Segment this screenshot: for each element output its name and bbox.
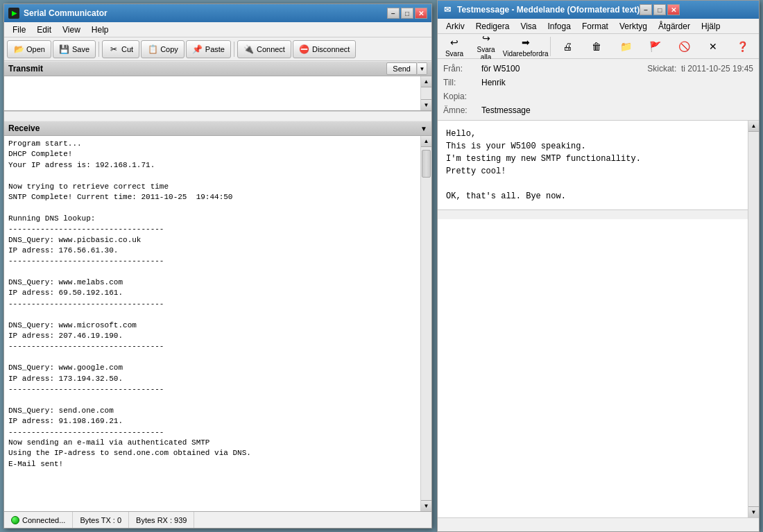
serial-title-bar: ▶ Serial Communicator − □ ✕ <box>4 4 431 22</box>
receive-label: Receive <box>8 123 40 133</box>
email-toolbar-divider <box>550 37 551 56</box>
email-menu-atgarder[interactable]: Åtgärder <box>653 20 696 33</box>
receive-text: Program start... DHCP Complete! Your IP … <box>4 136 431 472</box>
close-email-icon: ✕ <box>705 40 721 53</box>
help-icon: ❓ <box>735 40 750 53</box>
close-email-button[interactable]: ✕ <box>699 37 727 55</box>
serial-menu-edit[interactable]: Edit <box>31 24 57 36</box>
email-minimize-btn[interactable]: − <box>640 4 652 15</box>
status-led <box>11 516 19 524</box>
flag-icon: 🚩 <box>647 40 662 53</box>
subject-row: Ämne: Testmessage <box>438 103 759 117</box>
transmit-header: Transmit Send ▼ <box>4 61 431 76</box>
email-scroll-up[interactable]: ▲ <box>748 121 759 132</box>
toolbar-divider-2 <box>234 42 234 57</box>
serial-communicator-window: ▶ Serial Communicator − □ ✕ File Edit Vi… <box>3 3 432 529</box>
serial-title-text: Serial Communicator <box>24 8 387 18</box>
receive-dropdown-arrow[interactable]: ▼ <box>420 125 427 132</box>
status-bytes-tx: Bytes TX : 0 <box>73 512 129 528</box>
email-title-text: Testmessage - Meddelande (Oformaterad te… <box>457 5 640 15</box>
copy-button[interactable]: 📋 Copy <box>141 40 185 58</box>
receive-vscrollbar[interactable]: ▲ ▼ <box>420 136 431 511</box>
email-status-bar <box>438 517 759 531</box>
transmit-scroll-track <box>421 87 431 99</box>
transmit-scroll-up[interactable]: ▲ <box>421 76 431 87</box>
email-maximize-btn[interactable]: □ <box>653 4 666 15</box>
transmit-vscrollbar[interactable]: ▲ ▼ <box>420 76 431 110</box>
forward-button[interactable]: ➡ Vidarebefordra <box>504 33 547 60</box>
save-button[interactable]: 💾 Save <box>53 40 96 58</box>
flag-button[interactable]: 🚩 <box>641 37 669 55</box>
email-body-text: Hello, This is your W5100 speaking. I'm … <box>438 121 759 209</box>
from-value: för W5100 <box>481 64 520 74</box>
open-button[interactable]: 📂 Open <box>7 40 51 58</box>
transmit-input[interactable] <box>4 76 431 110</box>
copy-icon: 📋 <box>147 44 158 55</box>
transmit-scroll-down[interactable]: ▼ <box>421 99 431 110</box>
email-window-controls: − □ ✕ <box>640 4 680 15</box>
receive-scroll-up[interactable]: ▲ <box>421 136 431 147</box>
email-menu-verktyg[interactable]: Verktyg <box>614 20 653 33</box>
email-app-icon: ✉ <box>442 4 453 15</box>
serial-menu-help[interactable]: Help <box>86 24 114 36</box>
status-connected: Connected... <box>4 512 73 528</box>
disconnect-button[interactable]: ⛔ Disconnect <box>293 40 356 58</box>
print-icon: 🖨 <box>560 40 575 53</box>
email-menu-hjalp[interactable]: Hjälp <box>696 20 726 33</box>
to-value: Henrik <box>481 78 506 87</box>
receive-scroll-down[interactable]: ▼ <box>421 500 431 511</box>
to-label: Till: <box>443 78 481 87</box>
email-menu-format[interactable]: Format <box>576 20 614 33</box>
send-button[interactable]: Send <box>386 62 417 75</box>
connect-button[interactable]: 🔌 Connect <box>237 40 291 58</box>
subject-label: Ämne: <box>443 105 481 115</box>
cut-button[interactable]: ✂ Cut <box>102 40 139 58</box>
email-close-btn[interactable]: ✕ <box>667 4 680 15</box>
serial-minimize-btn[interactable]: − <box>387 8 400 19</box>
from-row: Från: för W5100 Skickat: ti 2011-10-25 1… <box>438 62 759 76</box>
serial-menu-file[interactable]: File <box>7 24 31 36</box>
serial-close-btn[interactable]: ✕ <box>415 8 427 19</box>
serial-app-icon: ▶ <box>8 8 19 19</box>
serial-maximize-btn[interactable]: □ <box>401 8 413 19</box>
move-icon: 📁 <box>618 40 633 53</box>
junk-button[interactable]: 🚫 <box>670 37 698 55</box>
email-toolbar: ↩ Svara ↪ Svara alla ➡ Vidarebefordra 🖨 … <box>438 34 759 59</box>
email-vscrollbar[interactable]: ▲ ▼ <box>748 121 759 517</box>
open-icon: 📂 <box>13 44 24 55</box>
connect-icon: 🔌 <box>243 44 255 55</box>
email-scroll-track <box>748 132 759 506</box>
email-menu-visa[interactable]: Visa <box>515 20 542 33</box>
email-hscrollbar[interactable] <box>438 209 759 219</box>
email-scroll-down[interactable]: ▼ <box>748 506 759 517</box>
transmit-hscrollbar[interactable] <box>4 111 431 121</box>
serial-status-bar: Connected... Bytes TX : 0 Bytes RX : 939 <box>4 511 431 528</box>
receive-content: Program start... DHCP Complete! Your IP … <box>4 136 431 511</box>
reply-button[interactable]: ↩ Svara <box>440 33 468 60</box>
help-button[interactable]: ❓ <box>728 37 756 55</box>
print-button[interactable]: 🖨 <box>554 37 581 55</box>
receive-section: Receive ▼ Program start... DHCP Complete… <box>4 121 431 511</box>
email-window: ✉ Testmessage - Meddelande (Oformaterad … <box>437 0 760 532</box>
email-menu-infoga[interactable]: Infoga <box>542 20 576 33</box>
move-button[interactable]: 📁 <box>612 37 640 55</box>
serial-toolbar: 📂 Open 💾 Save ✂ Cut 📋 Copy 📌 Paste 🔌 Con… <box>4 37 431 61</box>
email-body: Hello, This is your W5100 speaking. I'm … <box>438 121 759 517</box>
reply-all-button[interactable]: ↪ Svara alla <box>470 29 502 63</box>
from-label: Från: <box>443 64 481 74</box>
forward-icon: ➡ <box>518 35 533 49</box>
delete-button[interactable]: 🗑 <box>583 37 610 55</box>
paste-icon: 📌 <box>192 44 203 55</box>
email-menu-arkiv[interactable]: Arkiv <box>440 20 470 33</box>
email-title-bar: ✉ Testmessage - Meddelande (Oformaterad … <box>438 1 759 19</box>
serial-menu-view[interactable]: View <box>57 24 86 36</box>
cut-icon: ✂ <box>108 44 119 55</box>
toolbar-divider-1 <box>98 42 99 57</box>
cc-row: Kopia: <box>438 89 759 103</box>
subject-value: Testmessage <box>481 105 531 115</box>
send-dropdown-arrow[interactable]: ▼ <box>418 62 427 75</box>
status-connected-text: Connected... <box>22 516 65 524</box>
paste-button[interactable]: 📌 Paste <box>186 40 231 58</box>
junk-icon: 🚫 <box>676 40 692 53</box>
reply-all-icon: ↪ <box>479 31 494 45</box>
